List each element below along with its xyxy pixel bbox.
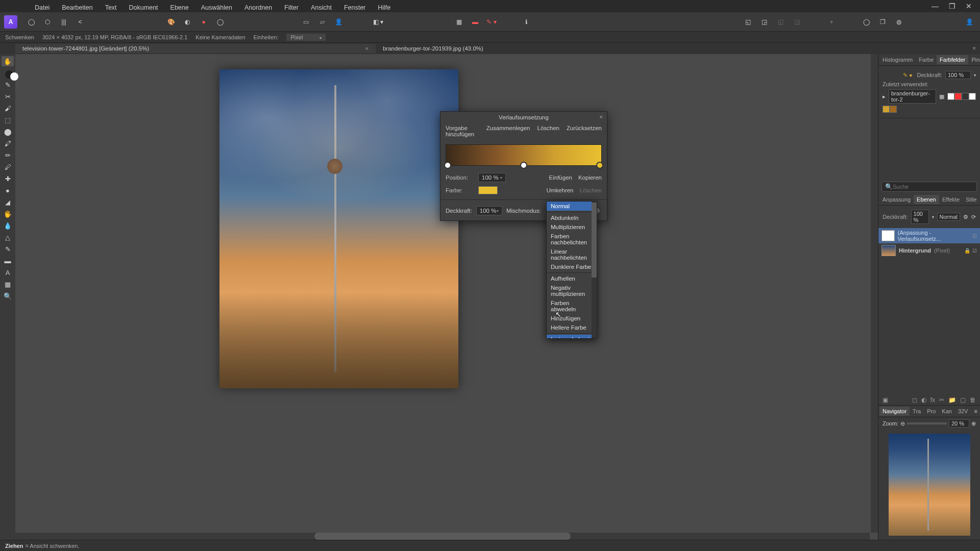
reset-button[interactable]: Zurücksetzen [567,125,602,137]
snap-stack-icon[interactable]: ❐ [876,15,889,29]
clone-tool-icon[interactable]: 🖊 [2,162,14,172]
doc-tab-1[interactable]: television-tower-7244801.jpg [Geändert] … [15,44,376,53]
snap-circle-icon[interactable]: ◯ [860,15,873,29]
brush-dot-icon[interactable]: ✎ ● [903,72,913,79]
dodge-tool-icon[interactable]: ● [2,185,14,195]
preset-select[interactable]: brandenburger-tor-2 [889,89,936,104]
zoom-slider[interactable] [907,422,947,424]
shape-tool-icon[interactable]: ▬ [2,256,14,266]
zoom-input[interactable]: 20 % [949,419,969,428]
tab-anpassung[interactable]: Anpassung [879,195,914,204]
doc-tab-2[interactable]: brandenburger-tor-201939.jpg (43.0%) [376,44,491,53]
flood-tool-icon[interactable]: ⬤ [2,127,14,137]
color-chip[interactable] [478,186,498,194]
selection-rect-icon[interactable]: ▭ [299,15,312,29]
blend-screen[interactable]: Negativ multiplizieren [547,283,597,298]
hue-icon[interactable]: ● [197,15,210,29]
info-icon[interactable]: ℹ [520,15,533,29]
color-wheel-icon[interactable]: 🎨 [164,15,178,29]
fx-icon[interactable]: fx [930,396,935,404]
recent-swatches[interactable] [883,106,897,113]
quick-mask-icon[interactable]: 👤 [332,15,345,29]
tab-pinsel[interactable]: Pinsel [968,55,980,64]
menu-text[interactable]: Text [105,4,117,11]
opacity-input[interactable]: 100 % [945,71,971,79]
dropdown-scrollbar[interactable] [592,202,597,338]
gradient-circle-icon[interactable]: ◯ [213,15,227,29]
pencil-tool-icon[interactable]: ✎ [2,244,14,254]
gradient-editor[interactable] [446,144,602,166]
delete-layer-icon[interactable]: 🗑 [970,396,976,404]
crop-tool-icon[interactable]: ✂ [2,91,14,102]
add-mask-icon[interactable]: ◻ [912,396,917,404]
pen-tool-icon[interactable]: ✏ [2,150,14,160]
gradient-stop-1[interactable] [444,162,451,169]
tab-32v[interactable]: 32V [955,407,971,416]
blend-add[interactable]: Hinzufügen [547,314,597,323]
menu-filter[interactable]: Filter [284,4,299,11]
layer-opacity-input[interactable]: 100 % [911,210,929,224]
tab-navigator[interactable]: Navigator [879,407,910,416]
persona-tone-icon[interactable]: ||| [57,15,70,29]
blend-linearburn[interactable]: Linear nachbelichten [547,247,597,262]
tab-farbfelder[interactable]: Farbfelder [937,55,968,64]
contrast-icon[interactable]: ◐ [181,15,194,29]
persona-export-icon[interactable]: < [74,15,87,29]
tab-stile[interactable]: Stile [963,195,979,204]
menu-ansicht[interactable]: Ansicht [311,4,332,11]
text-tool-icon[interactable]: A [2,267,14,278]
gear-icon[interactable]: ⚙ [963,214,968,220]
selection-subtract-icon[interactable]: ▱ [315,15,329,29]
smudge-tool-icon[interactable]: 🖐 [2,209,14,219]
blend-colorburn[interactable]: Farben nachbelichten [547,232,597,247]
zoom-out-icon[interactable]: ⊖ [900,420,905,427]
delete-stop-button[interactable]: Löschen [580,187,602,193]
search-input[interactable] [893,184,973,190]
layer-visible-icon[interactable]: ☑ [972,248,977,254]
menu-bearbeiten[interactable]: Bearbeiten [62,4,92,11]
crop-layer-icon[interactable]: ✂ [939,396,944,404]
fg-bg-color-icon[interactable] [5,69,19,81]
tab-close-icon[interactable]: × [365,45,369,52]
menu-datei[interactable]: Datei [35,4,50,11]
tab-transform[interactable]: Tra [910,407,924,416]
dialog-close-icon[interactable]: × [599,114,603,120]
gradient-stop-2[interactable] [520,162,527,169]
crop-dropdown-icon[interactable]: ◧ ▾ [372,15,385,29]
align-icon[interactable]: ▬ [469,15,482,29]
eraser-tool-icon[interactable]: ◢ [2,197,14,207]
dlg-opacity-input[interactable]: 100 %▾ [476,206,502,215]
color-picker-tool-icon[interactable]: ✎ [2,80,14,90]
grid-mode-icon[interactable]: ▦ [939,93,944,100]
blend-colordodge[interactable]: Farben abwedeln [547,298,597,314]
blend-multiply[interactable]: Multiplizieren [547,222,597,232]
tab-effekte[interactable]: Effekte [939,195,963,204]
account-icon[interactable]: 👤 [963,15,976,29]
menu-dokument[interactable]: Dokument [129,4,158,11]
snap-globe-icon[interactable]: ◍ [892,15,905,29]
window-minimize-icon[interactable]: — [932,2,939,10]
zoom-tool-icon[interactable]: 🔍 [2,291,14,301]
add-preset-button[interactable]: Vorgabe hinzufügen [446,125,476,137]
search-box[interactable]: 🔍 [881,182,977,192]
folder-icon[interactable]: 📁 [948,396,956,404]
layer-background[interactable]: Hintergrund (Pixel) 🔒 ☑ [878,243,980,258]
navigator-preview[interactable] [889,434,970,536]
invert-button[interactable]: Umkehren [546,187,573,193]
h-scrollbar[interactable] [15,533,870,540]
blend-lighten[interactable]: Aufhellen [547,274,597,283]
tab-farbe[interactable]: Farbe [916,55,937,64]
persona-photo-icon[interactable]: ◯ [24,15,38,29]
units-select[interactable]: Pixel ▾ [286,34,326,41]
sharpen-tool-icon[interactable]: △ [2,232,14,242]
arrange-front-icon[interactable]: ◲ [757,15,771,29]
gradient-stop-3[interactable] [596,162,603,169]
brush-tool-icon[interactable]: 🖌 [2,103,14,113]
paint-dropdown-icon[interactable]: ✎ ▾ [485,15,498,29]
lock-icon[interactable]: 🔒 [964,248,970,254]
dropdown-icon[interactable]: ▾ [825,15,838,29]
arrange-back-icon[interactable]: ◱ [741,15,754,29]
blend-darkercolor[interactable]: Dunklere Farbe [547,262,597,271]
window-maximize-icon[interactable]: ❐ [949,2,955,10]
tab-protocol[interactable]: Pro [924,407,939,416]
